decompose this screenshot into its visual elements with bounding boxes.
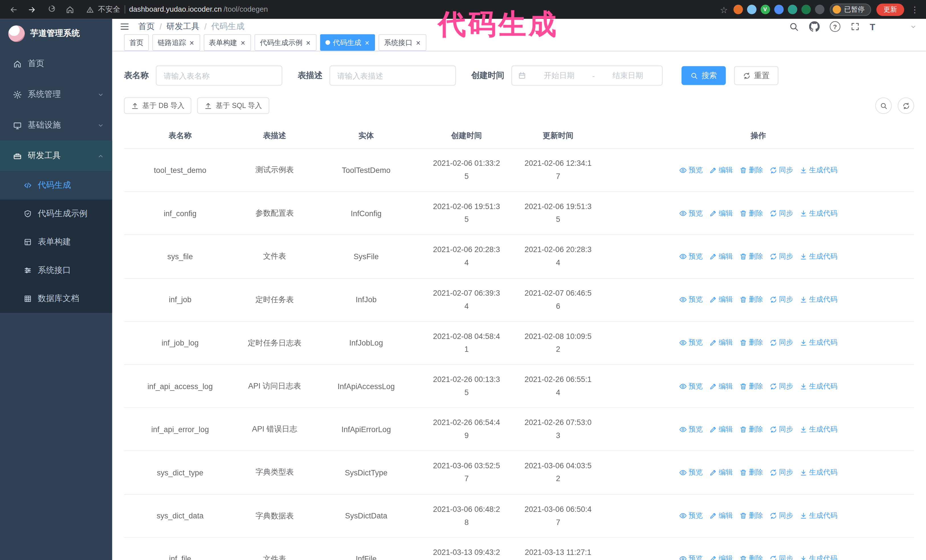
sidebar-item-monitor[interactable]: 基础设施 bbox=[0, 110, 112, 141]
browser-menu-icon[interactable]: ⋮ bbox=[909, 5, 920, 14]
chrome-update-button[interactable]: 更新 bbox=[876, 3, 904, 16]
action-trash-link[interactable]: 删除 bbox=[739, 511, 763, 521]
toggle-search-button[interactable] bbox=[875, 97, 892, 114]
action-gen-link[interactable]: 生成代码 bbox=[799, 468, 837, 477]
sidebar-item-gear[interactable]: 系统管理 bbox=[0, 79, 112, 110]
github-icon[interactable] bbox=[809, 21, 819, 32]
action-sync-link[interactable]: 同步 bbox=[770, 468, 793, 477]
help-icon[interactable]: ? bbox=[830, 21, 840, 32]
action-eye-link[interactable]: 预览 bbox=[679, 208, 703, 218]
chevron-down-icon[interactable] bbox=[910, 23, 917, 30]
action-sync-link[interactable]: 同步 bbox=[770, 511, 793, 521]
action-gen-link[interactable]: 生成代码 bbox=[799, 424, 837, 435]
sidebar-subitem-grid[interactable]: 数据库文档 bbox=[0, 285, 112, 313]
action-trash-link[interactable]: 删除 bbox=[739, 424, 763, 435]
action-eye-link[interactable]: 预览 bbox=[679, 554, 703, 560]
sidebar-item-tools[interactable]: 研发工具 bbox=[0, 140, 112, 171]
close-icon[interactable]: × bbox=[364, 39, 370, 47]
app-logo[interactable]: 芋道管理系统 bbox=[0, 19, 112, 48]
action-sync-link[interactable]: 同步 bbox=[770, 165, 793, 175]
action-eye-link[interactable]: 预览 bbox=[679, 295, 703, 305]
action-sync-link[interactable]: 同步 bbox=[770, 338, 793, 348]
action-sync-link[interactable]: 同步 bbox=[770, 208, 793, 218]
action-edit-link[interactable]: 编辑 bbox=[709, 511, 733, 521]
action-trash-link[interactable]: 删除 bbox=[739, 468, 763, 477]
close-icon[interactable]: × bbox=[240, 39, 246, 47]
font-size-icon[interactable]: T bbox=[870, 22, 875, 32]
search-icon[interactable] bbox=[789, 22, 799, 32]
table-name-input[interactable] bbox=[156, 65, 282, 86]
reset-button[interactable]: 重置 bbox=[734, 66, 778, 85]
action-edit-link[interactable]: 编辑 bbox=[709, 295, 733, 305]
action-gen-link[interactable]: 生成代码 bbox=[799, 381, 837, 391]
extension-lightblue-icon[interactable] bbox=[747, 5, 756, 14]
action-trash-link[interactable]: 删除 bbox=[739, 295, 763, 305]
action-edit-link[interactable]: 编辑 bbox=[709, 338, 733, 348]
action-eye-link[interactable]: 预览 bbox=[679, 511, 703, 521]
action-trash-link[interactable]: 删除 bbox=[739, 554, 763, 560]
extension-blue-users-icon[interactable] bbox=[774, 5, 783, 14]
tab[interactable]: 链路追踪 × bbox=[153, 34, 200, 51]
extension-darkgreen-icon[interactable] bbox=[801, 5, 811, 14]
table-desc-input[interactable] bbox=[330, 65, 456, 86]
action-gen-link[interactable]: 生成代码 bbox=[799, 295, 837, 305]
action-eye-link[interactable]: 预览 bbox=[679, 381, 703, 391]
home-icon[interactable] bbox=[63, 2, 77, 17]
close-icon[interactable]: × bbox=[415, 39, 421, 47]
sidebar-subitem-shield[interactable]: 代码生成示例 bbox=[0, 200, 112, 228]
action-sync-link[interactable]: 同步 bbox=[770, 554, 793, 560]
tab[interactable]: 表单构建 × bbox=[203, 34, 251, 51]
profile-paused-badge[interactable]: 已暂停 bbox=[829, 3, 871, 16]
fullscreen-icon[interactable] bbox=[850, 22, 859, 31]
action-eye-link[interactable]: 预览 bbox=[679, 424, 703, 435]
tab[interactable]: 系统接口 × bbox=[379, 34, 426, 51]
extension-teal-icon[interactable] bbox=[788, 5, 797, 14]
action-trash-link[interactable]: 删除 bbox=[739, 252, 763, 261]
action-edit-link[interactable]: 编辑 bbox=[709, 554, 733, 560]
breadcrumb-home[interactable]: 首页 bbox=[138, 21, 155, 32]
sidebar-subitem-form[interactable]: 表单构建 bbox=[0, 228, 112, 256]
extension-dark-icon[interactable] bbox=[815, 5, 824, 14]
sidebar-subitem-code[interactable]: 代码生成 bbox=[0, 171, 112, 199]
action-sync-link[interactable]: 同步 bbox=[770, 252, 793, 261]
action-eye-link[interactable]: 预览 bbox=[679, 468, 703, 477]
action-gen-link[interactable]: 生成代码 bbox=[799, 252, 837, 261]
breadcrumb-tools[interactable]: 研发工具 bbox=[166, 21, 200, 32]
address-bar[interactable]: 不安全 dashboard.yudao.iocoder.cn /tool/cod… bbox=[82, 5, 715, 15]
back-icon[interactable] bbox=[6, 2, 20, 17]
action-gen-link[interactable]: 生成代码 bbox=[799, 165, 837, 175]
action-trash-link[interactable]: 删除 bbox=[739, 208, 763, 218]
action-eye-link[interactable]: 预览 bbox=[679, 165, 703, 175]
extension-green-check-icon[interactable]: V bbox=[761, 5, 770, 14]
action-edit-link[interactable]: 编辑 bbox=[709, 468, 733, 477]
action-edit-link[interactable]: 编辑 bbox=[709, 424, 733, 435]
action-eye-link[interactable]: 预览 bbox=[679, 338, 703, 348]
user-avatar[interactable] bbox=[885, 19, 900, 34]
import-sql-button[interactable]: 基于 SQL 导入 bbox=[197, 97, 269, 114]
tab[interactable]: 代码生成 × bbox=[320, 34, 375, 51]
action-gen-link[interactable]: 生成代码 bbox=[799, 554, 837, 560]
tab[interactable]: 代码生成示例 × bbox=[255, 34, 316, 51]
action-edit-link[interactable]: 编辑 bbox=[709, 208, 733, 218]
import-db-button[interactable]: 基于 DB 导入 bbox=[124, 97, 191, 114]
action-trash-link[interactable]: 删除 bbox=[739, 338, 763, 348]
action-trash-link[interactable]: 删除 bbox=[739, 381, 763, 391]
create-time-range-picker[interactable]: 开始日期 - 结束日期 bbox=[511, 65, 663, 86]
sidebar-item-home[interactable]: 首页 bbox=[0, 48, 112, 79]
action-sync-link[interactable]: 同步 bbox=[770, 381, 793, 391]
hamburger-icon[interactable] bbox=[120, 21, 130, 32]
action-gen-link[interactable]: 生成代码 bbox=[799, 208, 837, 218]
action-edit-link[interactable]: 编辑 bbox=[709, 252, 733, 261]
search-button[interactable]: 搜索 bbox=[682, 66, 726, 85]
action-edit-link[interactable]: 编辑 bbox=[709, 381, 733, 391]
action-edit-link[interactable]: 编辑 bbox=[709, 165, 733, 175]
tab[interactable]: 首页 bbox=[124, 34, 149, 51]
refresh-table-button[interactable] bbox=[898, 97, 914, 114]
close-icon[interactable]: × bbox=[306, 39, 311, 47]
action-trash-link[interactable]: 删除 bbox=[739, 165, 763, 175]
bookmark-star-icon[interactable]: ☆ bbox=[720, 5, 728, 14]
action-eye-link[interactable]: 预览 bbox=[679, 252, 703, 261]
extension-orange-icon[interactable] bbox=[733, 5, 743, 14]
reload-icon[interactable] bbox=[44, 2, 58, 17]
close-icon[interactable]: × bbox=[189, 39, 195, 47]
